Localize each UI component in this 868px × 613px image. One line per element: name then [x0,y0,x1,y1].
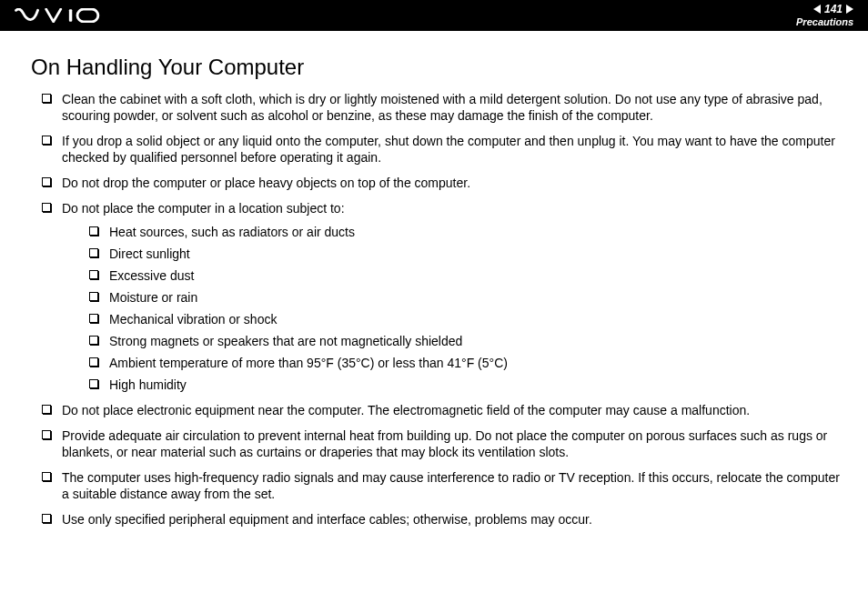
list-item: Direct sunlight [89,246,843,262]
list-item-text: Do not drop the computer or place heavy … [62,176,470,190]
bullet-icon [42,472,51,481]
list-item: If you drop a solid object or any liquid… [42,133,843,166]
bullet-icon [42,94,51,103]
bullet-icon [42,430,51,439]
bullet-icon [89,248,98,257]
bullet-icon [42,514,51,523]
list-item: The computer uses high-frequency radio s… [42,469,843,502]
prev-page-icon[interactable] [813,5,821,14]
list-item: Do not place electronic equipment near t… [42,402,843,418]
precautions-sublist: Heat sources, such as radiators or air d… [89,224,843,393]
list-item-text: Mechanical vibration or shock [109,312,277,327]
list-item: Excessive dust [89,267,843,284]
bullet-icon [42,203,51,212]
page-content: On Handling Your Computer Clean the cabi… [0,31,868,546]
list-item: Strong magnets or speakers that are not … [89,333,843,349]
list-item: Heat sources, such as radiators or air d… [89,224,843,240]
list-item-text: Heat sources, such as radiators or air d… [109,225,355,239]
list-item-text: High humidity [109,377,187,392]
vaio-logo [13,8,113,23]
bullet-icon [89,357,98,367]
bullet-icon [42,177,51,186]
list-item-text: Ambient temperature of more than 95°F (3… [109,356,508,370]
bullet-icon [89,226,98,236]
list-item-text: Strong magnets or speakers that are not … [109,334,462,348]
bullet-icon [89,314,98,323]
list-item-text: If you drop a solid object or any liquid… [62,134,835,165]
bullet-icon [89,270,98,279]
list-item-text: Clean the cabinet with a soft cloth, whi… [62,92,823,123]
list-item: Moisture or rain [89,289,843,306]
header-meta: 141 Precautions [796,4,853,28]
bullet-icon [42,136,51,145]
list-item: Mechanical vibration or shock [89,311,843,327]
bullet-icon [89,379,98,388]
list-item: Use only specified peripheral equipment … [42,511,843,528]
list-item-text: Do not place electronic equipment near t… [62,403,750,417]
list-item-text: The computer uses high-frequency radio s… [62,470,840,501]
list-item-text: Use only specified peripheral equipment … [62,512,592,527]
bullet-icon [42,405,51,414]
page-header: 141 Precautions [0,0,868,31]
list-item-text: Moisture or rain [109,290,197,305]
precautions-list: Clean the cabinet with a soft cloth, whi… [42,91,843,528]
list-item: Clean the cabinet with a soft cloth, whi… [42,91,843,124]
next-page-icon[interactable] [846,5,853,14]
list-item-text: Direct sunlight [109,246,190,261]
list-item: High humidity [89,377,843,393]
svg-rect-1 [77,9,98,22]
bullet-icon [89,292,98,301]
list-item-text: Excessive dust [109,268,194,283]
list-item: Ambient temperature of more than 95°F (3… [89,355,843,371]
list-item: Do not drop the computer or place heavy … [42,175,843,191]
page-number: 141 [824,4,843,15]
bullet-icon [89,336,98,345]
list-item: Provide adequate air circulation to prev… [42,427,843,460]
svg-rect-0 [69,9,72,22]
section-label: Precautions [796,16,853,28]
list-item-text: Provide adequate air circulation to prev… [62,428,827,459]
list-item-text: Do not place the computer in a location … [62,201,345,216]
page-title: On Handling Your Computer [31,55,843,80]
page-number-nav: 141 [796,4,853,15]
list-item: Do not place the computer in a location … [42,200,843,393]
